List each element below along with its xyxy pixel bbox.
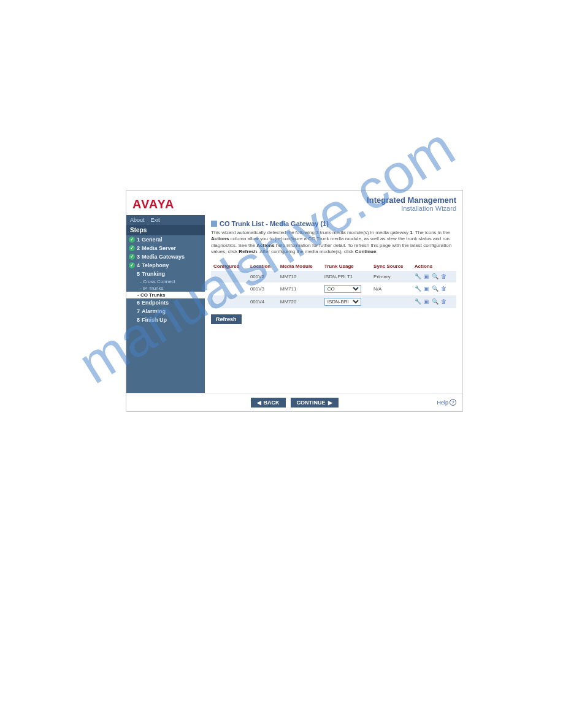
cell-configured [211, 295, 248, 308]
help-label: Help [437, 400, 448, 406]
header-title-main: Integrated Management [367, 196, 456, 205]
magnify-icon[interactable]: 🔍 [432, 273, 439, 280]
page-title-text: CO Trunk List - Media Gateway (1) [220, 220, 329, 227]
help-icon: ? [450, 399, 456, 406]
step-label: Endpoints [142, 300, 169, 306]
check-icon: ✓ [129, 254, 135, 260]
trash-icon[interactable]: 🗑 [440, 273, 447, 280]
usage-dropdown[interactable]: ISDN-BRI [324, 298, 361, 306]
cell-usage: CO [322, 282, 371, 295]
step-media-server[interactable]: ✓ 2 Media Server [126, 244, 205, 252]
table-row: 001V4 MM720 ISDN-BRI 🔧 ▣ � [211, 295, 456, 308]
top-menu: About Exit [126, 215, 205, 225]
header-titles: Integrated Management Installation Wizar… [367, 196, 456, 212]
substep-co-trunks[interactable]: CO Trunks [126, 292, 205, 298]
step-general[interactable]: ✓ 1 General [126, 235, 205, 244]
step-num: 4 [137, 262, 140, 268]
header: AVAYA Integrated Management Installation… [126, 191, 462, 215]
about-link[interactable]: About [130, 217, 145, 223]
magnify-icon[interactable]: 🔍 [432, 286, 439, 292]
step-num: 6 [137, 300, 140, 306]
cell-configured [211, 282, 248, 295]
step-label: Media Server [142, 245, 176, 251]
cell-module: MM711 [278, 282, 322, 295]
check-icon: ✓ [129, 245, 135, 251]
refresh-button[interactable]: Refresh [211, 314, 242, 324]
exit-link[interactable]: Exit [151, 217, 160, 223]
cell-location: 001V4 [248, 295, 278, 308]
trash-icon[interactable]: 🗑 [440, 298, 447, 305]
cell-location: 001V3 [248, 282, 278, 295]
col-sync: Sync Source [371, 262, 412, 271]
step-num: 2 [137, 245, 140, 251]
cell-sync: Primary [371, 271, 412, 282]
cell-actions: 🔧 ▣ 🔍 🗑 [412, 271, 456, 282]
col-usage: Trunk Usage [322, 262, 371, 271]
cell-sync: N/A [371, 282, 412, 295]
table-row: 001V2 MM710 ISDN-PRI T1 Primary 🔧 ▣ 🔍 🗑 [211, 271, 456, 282]
wizard-window: AVAYA Integrated Management Installation… [126, 190, 463, 412]
wrench-icon[interactable]: 🔧 [415, 286, 421, 292]
step-label: Alarming [142, 308, 166, 314]
status-icon[interactable]: ▣ [423, 298, 430, 305]
usage-dropdown[interactable]: CO [324, 285, 361, 293]
footer: ◀ BACK CONTINUE ▶ Help ? [126, 393, 462, 411]
check-icon: ✓ [129, 262, 135, 268]
title-icon [211, 221, 217, 227]
steps-header: Steps [126, 225, 205, 235]
arrow-left-icon: ◀ [257, 400, 261, 406]
step-label: Telephony [142, 262, 169, 268]
col-location: Location [248, 262, 278, 271]
step-num: 1 [137, 237, 140, 243]
wrench-icon[interactable]: 🔧 [415, 273, 421, 280]
table-header-row: Configured Location Media Module Trunk U… [211, 262, 456, 271]
header-title-sub: Installation Wizard [367, 205, 456, 212]
step-alarming[interactable]: 7 Alarming [126, 307, 205, 316]
cell-location: 001V2 [248, 271, 278, 282]
cell-usage: ISDN-PRI T1 [322, 271, 371, 282]
step-num: 7 [137, 308, 140, 314]
wrench-icon[interactable]: 🔧 [415, 298, 421, 305]
cell-actions: 🔧 ▣ 🔍 🗑 [412, 295, 456, 308]
cell-module: MM720 [278, 295, 322, 308]
step-num: 3 [137, 254, 140, 260]
step-telephony[interactable]: ✓ 4 Telephony [126, 261, 205, 270]
cell-sync [371, 295, 412, 308]
brand-logo: AVAYA [132, 197, 174, 211]
step-media-gateways[interactable]: ✓ 3 Media Gateways [126, 252, 205, 261]
status-icon[interactable]: ▣ [423, 286, 430, 292]
back-button[interactable]: ◀ BACK [251, 398, 286, 408]
col-configured: Configured [211, 262, 248, 271]
back-label: BACK [264, 400, 280, 406]
step-trunking[interactable]: 5 Trunking [126, 270, 205, 278]
check-icon: ✓ [129, 237, 135, 243]
step-label: Media Gateways [142, 254, 185, 260]
sidebar: About Exit Steps ✓ 1 General ✓ 2 Media S… [126, 215, 205, 393]
step-num: 8 [137, 317, 140, 323]
help-link[interactable]: Help ? [437, 399, 456, 406]
col-actions: Actions [412, 262, 456, 271]
status-icon[interactable]: ▣ [423, 273, 430, 280]
page-title: CO Trunk List - Media Gateway (1) [211, 220, 456, 227]
step-label: Finish Up [142, 317, 167, 323]
substep-cross-connect[interactable]: Cross Connect [126, 278, 205, 285]
step-label: Trunking [142, 271, 165, 277]
cell-usage: ISDN-BRI [322, 295, 371, 308]
step-num: 5 [137, 271, 140, 277]
trash-icon[interactable]: 🗑 [440, 286, 447, 292]
main-content: CO Trunk List - Media Gateway (1) This w… [205, 215, 462, 393]
cell-module: MM710 [278, 271, 322, 282]
step-finish-up[interactable]: 8 Finish Up [126, 316, 205, 324]
substep-ip-trunks[interactable]: IP Trunks [126, 285, 205, 292]
col-module: Media Module [278, 262, 322, 271]
table-row: 001V3 MM711 CO N/A 🔧 ▣ 🔍 [211, 282, 456, 295]
continue-button[interactable]: CONTINUE ▶ [291, 398, 339, 408]
cell-actions: 🔧 ▣ 🔍 🗑 [412, 282, 456, 295]
continue-label: CONTINUE [297, 400, 326, 406]
arrow-right-icon: ▶ [328, 400, 332, 406]
cell-configured [211, 271, 248, 282]
trunk-table: Configured Location Media Module Trunk U… [211, 262, 456, 308]
step-endpoints[interactable]: 6 Endpoints [126, 298, 205, 307]
step-label: General [142, 237, 163, 243]
magnify-icon[interactable]: 🔍 [432, 298, 439, 305]
